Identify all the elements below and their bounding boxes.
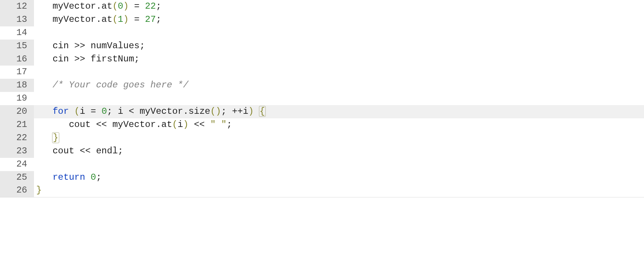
code-line[interactable]: 20 for (i = 0; i < myVector.size(); ++i)… (0, 105, 644, 118)
token-ident (205, 119, 210, 130)
token-kw: for (52, 106, 69, 116)
code-line[interactable]: 25 return 0; (0, 171, 644, 184)
code-content[interactable]: } (34, 184, 644, 197)
token-ident (129, 1, 134, 11)
token-comment: /* Your code goes here */ (52, 80, 188, 90)
token-ident (134, 106, 139, 116)
code-content[interactable]: for (i = 0; i < myVector.size(); ++i) { (34, 105, 644, 118)
code-line[interactable]: 26} (0, 184, 644, 197)
token-ident: i (178, 119, 183, 130)
token-ident (254, 106, 259, 116)
code-content[interactable] (34, 66, 644, 79)
code-line[interactable]: 12 myVector.at(0) = 22; (0, 0, 644, 13)
token-ident: numValues (91, 41, 140, 51)
token-num: 1 (118, 14, 123, 24)
token-punct: . (156, 119, 161, 130)
token-punct: ; (96, 172, 101, 182)
token-ident: myVector (52, 1, 96, 11)
token-ident (69, 106, 74, 116)
token-op: = (134, 14, 139, 24)
token-paren: ( (74, 106, 80, 116)
token-ident (85, 41, 91, 51)
token-op: = (134, 1, 139, 11)
token-op: = (91, 106, 96, 116)
token-num: 22 (145, 1, 156, 11)
token-punct: ; (107, 106, 112, 116)
token-paren: ) (216, 106, 221, 116)
token-punct: ; (221, 106, 226, 116)
token-ident: cout (52, 146, 74, 156)
code-line[interactable]: 18 /* Your code goes here */ (0, 79, 644, 92)
line-number: 23 (0, 145, 34, 158)
token-ident (85, 172, 91, 182)
token-paren: ( (172, 119, 177, 130)
token-op: ++ (232, 106, 243, 116)
line-number: 24 (0, 158, 34, 171)
code-line[interactable]: 14 (0, 26, 644, 40)
code-content[interactable]: myVector.at(1) = 27; (34, 13, 644, 26)
line-number: 13 (0, 13, 34, 26)
token-ident (140, 1, 145, 11)
token-punct: ; (140, 41, 145, 51)
token-ident (140, 14, 145, 24)
token-ident: myVector (112, 119, 156, 130)
token-ident (226, 106, 232, 116)
token-op: << (80, 146, 91, 156)
code-editor[interactable]: 12 myVector.at(0) = 22;13 myVector.at(1)… (0, 0, 644, 197)
code-content[interactable]: } (34, 132, 644, 145)
token-ident: myVector (52, 14, 96, 24)
token-ident (96, 106, 101, 116)
token-ident (188, 119, 194, 130)
line-number: 20 (0, 105, 34, 118)
token-ident: cin (52, 41, 69, 51)
token-op: << (194, 119, 205, 130)
code-content[interactable] (34, 158, 644, 171)
token-paren: ) (248, 106, 254, 116)
token-ident (85, 106, 91, 116)
token-op: >> (74, 54, 85, 64)
code-content[interactable]: return 0; (34, 171, 644, 184)
token-punct: ; (226, 119, 232, 130)
line-number: 19 (0, 92, 34, 105)
code-line[interactable]: 15 cin >> numValues; (0, 40, 644, 53)
token-string: " " (210, 119, 226, 130)
token-op: >> (74, 41, 85, 51)
code-line[interactable]: 22 } (0, 132, 644, 145)
token-paren: } (36, 185, 42, 195)
token-punct: . (183, 106, 188, 116)
code-content[interactable]: /* Your code goes here */ (34, 79, 644, 92)
code-content[interactable]: cout << endl; (34, 145, 644, 158)
code-line[interactable]: 17 (0, 66, 644, 79)
code-content[interactable]: cin >> firstNum; (34, 53, 644, 66)
token-kw: return (52, 172, 85, 182)
line-number: 15 (0, 40, 34, 53)
token-paren: ( (112, 14, 118, 24)
code-line[interactable]: 16 cin >> firstNum; (0, 53, 644, 66)
token-punct: ; (156, 14, 161, 24)
token-ident: i (243, 106, 248, 116)
code-content[interactable]: myVector.at(0) = 22; (34, 0, 644, 13)
code-line[interactable]: 24 (0, 158, 644, 171)
code-content[interactable]: cout << myVector.at(i) << " "; (34, 118, 644, 132)
token-method: at (161, 119, 172, 130)
token-ident (91, 119, 96, 130)
token-ident: cin (52, 54, 69, 64)
code-line[interactable]: 23 cout << endl; (0, 145, 644, 158)
code-content[interactable] (34, 92, 644, 105)
code-line[interactable]: 21 cout << myVector.at(i) << " "; (0, 118, 644, 132)
code-content[interactable] (34, 26, 644, 40)
token-method: size (188, 106, 210, 116)
code-line[interactable]: 19 (0, 92, 644, 105)
token-num: 0 (118, 1, 123, 11)
token-ident (85, 54, 91, 64)
token-paren: ( (112, 1, 118, 11)
token-paren: { (259, 106, 266, 117)
token-ident (123, 106, 129, 116)
code-content[interactable]: cin >> numValues; (34, 40, 644, 53)
token-punct: ; (156, 1, 161, 11)
token-num: 0 (91, 172, 96, 182)
code-line[interactable]: 13 myVector.at(1) = 27; (0, 13, 644, 26)
token-op: << (96, 119, 107, 130)
token-ident (69, 41, 74, 51)
line-number: 25 (0, 171, 34, 184)
